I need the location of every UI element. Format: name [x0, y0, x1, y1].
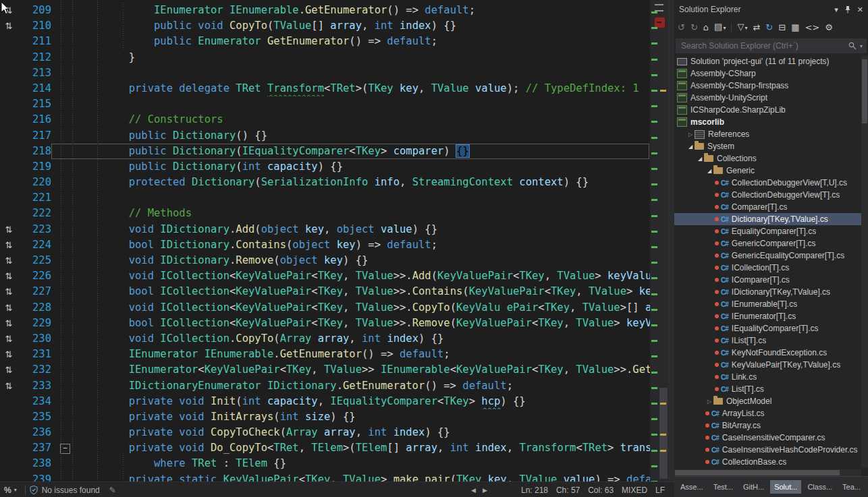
glyph-margin[interactable]: ⇅ — [0, 331, 18, 347]
glyph-margin[interactable] — [0, 128, 18, 144]
expanded-arrow-icon[interactable]: ◢ — [705, 168, 713, 174]
tree-item[interactable]: C#KeyValuePair[TKey,TValue].cs — [674, 359, 861, 371]
code-line[interactable]: ⇅232 IEnumerator<KeyValuePair<TKey, TVal… — [0, 362, 650, 378]
outlining-margin[interactable] — [57, 34, 78, 49]
code-line[interactable]: ⇅226 void ICollection<KeyValuePair<TKey,… — [0, 268, 650, 284]
tree-item[interactable]: C#Comparer[T].cs — [674, 201, 861, 213]
outlining-margin[interactable] — [57, 144, 78, 159]
outlining-margin[interactable] — [57, 347, 78, 362]
outlining-margin[interactable] — [57, 50, 78, 65]
panel-splitter[interactable] — [668, 0, 674, 497]
glyph-margin[interactable] — [0, 144, 18, 159]
outlining-margin[interactable] — [57, 237, 78, 253]
outlining-margin[interactable]: − — [57, 440, 78, 456]
implements-arrows-icon[interactable]: ⇅ — [5, 256, 13, 266]
implements-arrows-icon[interactable]: ⇅ — [5, 381, 13, 391]
tree-item[interactable]: C#IEnumerable[T].cs — [674, 298, 861, 310]
tree-item[interactable]: C#GenericComparer[T].cs — [674, 237, 861, 250]
code-line[interactable]: ⇅225 void IDictionary.Remove(object key)… — [0, 253, 650, 268]
document-health-indicator[interactable]: No issues found — [30, 486, 100, 495]
tree-item[interactable]: C#IDictionary[TKey,TValue].cs — [674, 286, 861, 298]
code-line[interactable]: 215 — [0, 96, 650, 112]
properties-icon[interactable]: ⚙ — [825, 22, 833, 33]
glyph-margin[interactable]: ⇅ — [0, 362, 18, 378]
code-line[interactable]: 238 where TRet : TElem {} — [0, 456, 650, 471]
glyph-margin[interactable] — [0, 50, 18, 65]
panel-title-bar[interactable]: Solution Explorer ▾ ✕ — [674, 0, 868, 19]
outlining-margin[interactable] — [57, 253, 78, 268]
implements-arrows-icon[interactable]: ⇅ — [5, 334, 13, 344]
outlining-margin[interactable] — [57, 18, 78, 34]
outlining-margin[interactable] — [57, 409, 78, 425]
panel-tab-5[interactable]: Tea... — [838, 480, 865, 494]
forward-icon[interactable]: ↻ — [690, 22, 698, 33]
pin-icon[interactable] — [844, 5, 851, 13]
code-line[interactable]: ⇅209 IEnumerator IEnumerable.GetEnumerat… — [0, 3, 650, 18]
glyph-margin[interactable] — [0, 112, 18, 127]
back-icon[interactable]: ↺ — [678, 22, 685, 33]
code-line[interactable]: ⇅210 public void CopyTo(TValue[] array, … — [0, 18, 650, 34]
tree-item[interactable]: C#List[T].cs — [674, 383, 861, 395]
outlining-margin[interactable] — [57, 362, 78, 378]
panel-tab-4[interactable]: Class... — [803, 480, 836, 494]
code-line[interactable]: ⇅231 IEnumerator IEnumerable.GetEnumerat… — [0, 347, 650, 362]
implements-arrows-icon[interactable]: ⇅ — [5, 318, 13, 328]
panel-vertical-scrollbar[interactable] — [861, 55, 868, 468]
implements-arrows-icon[interactable]: ⇅ — [5, 240, 13, 250]
tree-item[interactable]: C#Link.cs — [674, 371, 861, 383]
glyph-margin[interactable] — [0, 159, 18, 175]
outlining-margin[interactable] — [57, 268, 78, 284]
expanded-arrow-icon[interactable]: ◢ — [686, 144, 695, 150]
code-line[interactable]: 237− private void Do_CopyTo<TRet, TElem>… — [0, 440, 650, 456]
glyph-margin[interactable]: ⇅ — [0, 300, 18, 316]
search-box[interactable]: ▾ — [676, 38, 867, 53]
vertical-scrollbar[interactable] — [650, 0, 668, 481]
panel-tab-1[interactable]: Test... — [709, 480, 737, 494]
outlining-margin[interactable] — [57, 316, 78, 331]
glyph-margin[interactable]: ⇅ — [0, 347, 18, 362]
implements-arrows-icon[interactable]: ⇅ — [5, 303, 13, 313]
implements-arrows-icon[interactable]: ⇅ — [5, 271, 13, 281]
outlining-margin[interactable] — [57, 3, 78, 18]
tree-item[interactable]: C#ArrayList.cs — [674, 407, 861, 419]
code-line[interactable]: 219 public Dictionary(int capacity) {} — [0, 159, 650, 175]
code-line[interactable]: ⇅227 bool ICollection<KeyValuePair<TKey,… — [0, 284, 650, 299]
glyph-margin[interactable] — [0, 96, 18, 112]
tree-item[interactable]: C#CollectionDebuggerView[T,U].cs — [674, 177, 861, 189]
code-line[interactable]: 234 private void Init(int capacity, IEqu… — [0, 394, 650, 409]
glyph-margin[interactable]: ⇅ — [0, 316, 18, 331]
outlining-margin[interactable] — [57, 81, 78, 96]
code-line[interactable]: 213 — [0, 65, 650, 81]
tree-item[interactable]: C#Dictionary[TKey,TValue].cs — [674, 213, 861, 225]
tree-item[interactable]: ▷ObjectModel — [674, 395, 861, 407]
collapsed-arrow-icon[interactable]: ▷ — [705, 399, 713, 405]
outlining-margin[interactable] — [57, 65, 78, 81]
glyph-margin[interactable]: ⇅ — [0, 253, 18, 268]
scrollbar-thumb[interactable] — [675, 470, 840, 475]
tree-item[interactable]: C#CaseInsensitiveHashCodeProvider.cs — [674, 444, 861, 456]
show-all-files-icon[interactable]: ▦ — [791, 22, 799, 33]
code-line[interactable]: 217 public Dictionary() {} — [0, 128, 650, 144]
outlining-margin[interactable] — [57, 425, 78, 440]
glyph-margin[interactable] — [0, 190, 18, 206]
code-line[interactable]: 235 private void InitArrays(int size) {} — [0, 409, 650, 425]
code-line[interactable]: 216 // Constructors — [0, 112, 650, 127]
tree-item[interactable]: C#BitArray.cs — [674, 419, 861, 432]
glyph-margin[interactable] — [0, 472, 18, 481]
glyph-margin[interactable]: ⇅ — [0, 378, 18, 394]
fold-collapse-icon[interactable]: − — [60, 444, 70, 454]
outlining-margin[interactable] — [57, 112, 78, 127]
glyph-margin[interactable] — [0, 175, 18, 190]
implements-arrows-icon[interactable]: ⇅ — [5, 287, 13, 297]
chevron-down-icon[interactable]: ▾ — [860, 43, 863, 49]
tree-item[interactable]: Assembly-CSharp — [674, 67, 861, 80]
tree-item[interactable]: C#GenericEqualityComparer[T].cs — [674, 250, 861, 262]
glyph-margin[interactable] — [0, 394, 18, 409]
implements-arrows-icon[interactable]: ⇅ — [5, 21, 13, 31]
glyph-margin[interactable] — [0, 206, 18, 221]
close-icon[interactable]: ✕ — [857, 5, 863, 14]
code-line[interactable]: ⇅224 bool IDictionary.Contains(object ke… — [0, 237, 650, 253]
outlining-margin[interactable] — [57, 378, 78, 394]
glyph-margin[interactable] — [0, 34, 18, 49]
outlining-margin[interactable] — [57, 190, 78, 206]
